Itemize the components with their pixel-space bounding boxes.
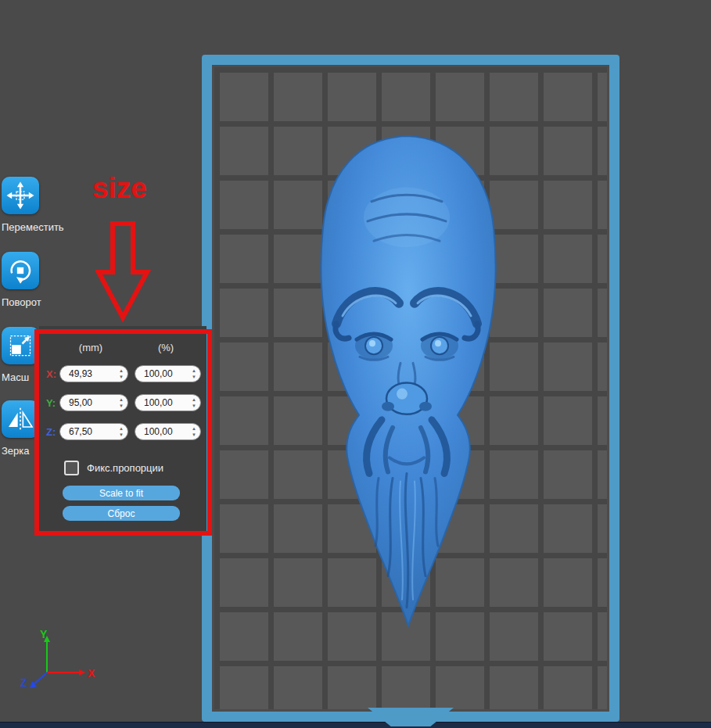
move-button[interactable]	[2, 177, 39, 214]
axis-y-label: Y	[40, 628, 48, 640]
spinner-up-icon[interactable]: ▲	[119, 426, 124, 432]
axis-x-label: X	[88, 667, 95, 680]
fix-proportions-row: Фикс.пропорции	[64, 461, 163, 475]
bottom-bar	[0, 722, 711, 728]
spinner-up-icon[interactable]: ▲	[192, 426, 196, 432]
mirror-button[interactable]	[2, 400, 39, 438]
spinner[interactable]: ▲ ▼	[192, 426, 196, 438]
move-icon	[5, 180, 36, 211]
scale-x-mm-input[interactable]	[59, 365, 128, 382]
scale-y-mm-input[interactable]	[59, 394, 128, 411]
toolbar-item-move[interactable]: Переместить	[2, 177, 103, 233]
fix-proportions-label: Фикс.пропорции	[87, 462, 163, 474]
axis-label-z: Z:	[46, 426, 56, 438]
spinner-down-icon[interactable]: ▼	[192, 403, 196, 409]
annotation-size-label: size	[92, 172, 147, 205]
spinner-down-icon[interactable]: ▼	[119, 432, 124, 438]
header-mm: (mm)	[61, 342, 120, 353]
annotation-arrow-icon	[95, 221, 152, 322]
spinner-down-icon[interactable]: ▼	[119, 403, 124, 409]
app-window: Переместить Поворот Масш	[0, 0, 711, 728]
scale-row-x: X: ▲ ▼ ▲ ▼	[39, 365, 206, 382]
toolbar-label-move: Переместить	[2, 221, 103, 233]
axis-label-x: X:	[46, 368, 56, 380]
header-percent: (%)	[136, 342, 196, 353]
rotate-button[interactable]	[2, 252, 39, 289]
spinner-up-icon[interactable]: ▲	[192, 397, 196, 403]
toolbar-item-rotate[interactable]: Поворот	[2, 252, 103, 308]
rotate-icon	[5, 255, 36, 286]
scale-z-mm-input[interactable]	[59, 423, 128, 440]
spinner-up-icon[interactable]: ▲	[119, 368, 124, 374]
spinner[interactable]: ▲ ▼	[119, 426, 124, 438]
spinner[interactable]: ▲ ▼	[119, 368, 124, 380]
scale-row-z: Z: ▲ ▼ ▲ ▼	[39, 423, 206, 440]
scale-panel: (mm) (%) X: ▲ ▼ ▲ ▼ Y:	[39, 326, 206, 532]
scale-to-fit-button[interactable]: Scale to fit	[63, 486, 180, 500]
model-face-mask[interactable]	[305, 127, 508, 631]
spinner-down-icon[interactable]: ▼	[119, 375, 124, 380]
axis-label-y: Y:	[46, 397, 56, 409]
mirror-icon	[5, 403, 36, 435]
scale-row-y: Y: ▲ ▼ ▲ ▼	[39, 394, 206, 411]
spinner-up-icon[interactable]: ▲	[192, 368, 196, 374]
spinner-down-icon[interactable]: ▼	[192, 375, 196, 380]
fix-proportions-checkbox[interactable]	[64, 461, 79, 475]
spinner[interactable]: ▲ ▼	[119, 397, 124, 409]
scale-icon	[5, 330, 36, 361]
spinner[interactable]: ▲ ▼	[192, 397, 196, 409]
reset-button[interactable]: Сброс	[63, 506, 180, 521]
axis-indicator: Y X Z	[14, 626, 108, 696]
scale-button[interactable]	[2, 327, 39, 364]
axis-z-label: Z	[20, 676, 27, 689]
toolbar-label-rotate: Поворот	[2, 296, 103, 308]
spinner-up-icon[interactable]: ▲	[119, 397, 124, 403]
spinner-down-icon[interactable]: ▼	[192, 432, 196, 438]
spinner[interactable]: ▲ ▼	[192, 368, 196, 380]
